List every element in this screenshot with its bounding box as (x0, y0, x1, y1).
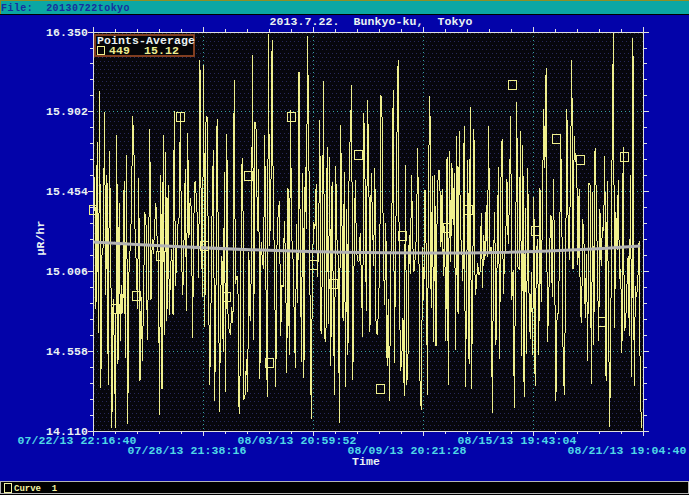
svg-text:08/15/13 19:43:04: 08/15/13 19:43:04 (457, 434, 576, 447)
svg-text:449 15.12: 449 15.12 (109, 44, 179, 57)
svg-text:14.558: 14.558 (46, 345, 88, 358)
svg-text:07/22/13 22:16:40: 07/22/13 22:16:40 (17, 434, 136, 447)
svg-text:07/28/13 21:38:16: 07/28/13 21:38:16 (127, 444, 246, 457)
svg-text:08/03/13 20:59:52: 08/03/13 20:59:52 (237, 434, 356, 447)
svg-text:Time: Time (352, 455, 380, 468)
svg-text:15.454: 15.454 (46, 185, 88, 198)
svg-text:µR/hr: µR/hr (34, 220, 47, 255)
svg-text:File: 20130722tokyo: File: 20130722tokyo (1, 3, 130, 14)
svg-text:15.006: 15.006 (46, 265, 88, 278)
svg-text:15.902: 15.902 (46, 105, 88, 118)
svg-text:16.350: 16.350 (46, 26, 88, 39)
svg-text:Curve 1: Curve 1 (14, 484, 58, 494)
svg-text:2013.7.22. Bunkyo-ku, Tokyo: 2013.7.22. Bunkyo-ku, Tokyo (269, 15, 472, 28)
svg-text:08/21/13 19:04:40: 08/21/13 19:04:40 (567, 444, 686, 457)
